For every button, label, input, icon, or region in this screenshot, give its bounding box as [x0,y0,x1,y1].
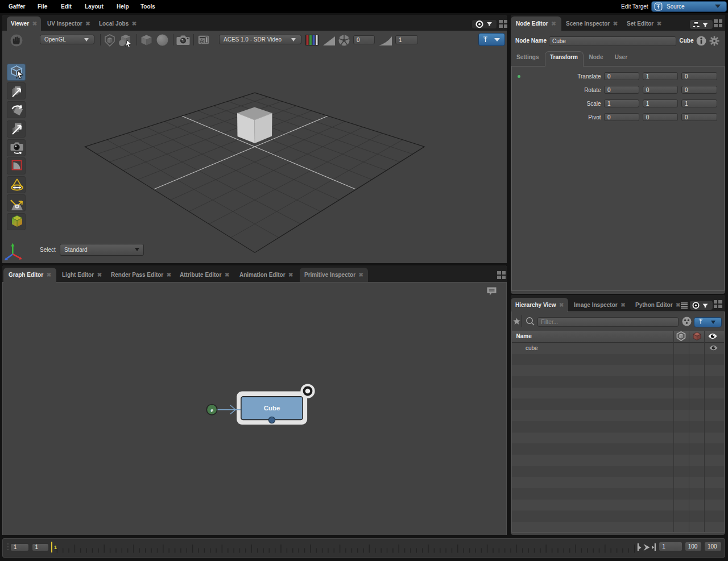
svg-text:e: e [210,407,213,413]
svg-text:Cube: Cube [264,405,280,412]
